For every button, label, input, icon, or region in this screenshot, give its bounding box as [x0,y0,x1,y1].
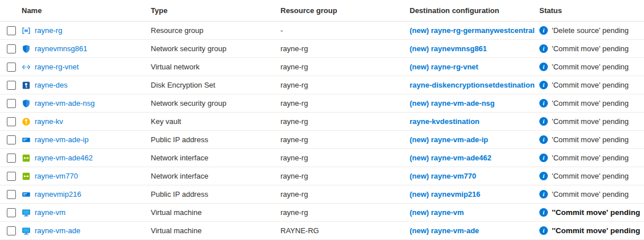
info-icon[interactable] [539,190,548,198]
resource-group-cell: rayne-rg [280,44,410,53]
resource-name-link[interactable]: rayne-kv [35,117,63,126]
type-cell: Network interface [151,172,280,180]
info-icon[interactable] [539,154,548,162]
resource-move-table: Name Type Resource group Destination con… [0,0,644,240]
resource-name-link[interactable]: rayne-vm770 [35,172,78,180]
virtual-machine-icon [22,208,31,217]
table-row: rayne-vm-ade Virtual machine RAYNE-RG (n… [0,222,644,240]
destination-link[interactable]: (new) rayne-vm-ade [410,226,479,235]
row-checkbox[interactable] [7,154,16,163]
disk-encryption-set-icon [22,81,31,90]
destination-link[interactable]: (new) rayne-rg-germanywestcentral [410,26,535,35]
resource-group-cell: rayne-rg [280,135,410,144]
key-vault-icon [22,117,31,126]
destination-link[interactable]: (new) rayne-rg-vnet [410,63,478,71]
status-text: 'Commit move' pending [552,172,629,180]
resource-group-cell: rayne-rg [280,117,410,126]
info-icon[interactable] [539,81,548,89]
virtual-machine-icon [22,226,31,235]
info-icon[interactable] [539,208,548,217]
resource-name-link[interactable]: rayne-rg [35,26,62,35]
row-checkbox[interactable] [7,135,16,144]
column-header-destination-configuration[interactable]: Destination configuration [410,6,539,15]
network-security-group-icon [22,44,31,53]
destination-link[interactable]: (new) rayne-vm [410,208,464,217]
table-row: raynevmip216 Public IP address rayne-rg … [0,185,644,204]
row-checkbox[interactable] [7,190,16,199]
table-row: rayne-vm770 Network interface rayne-rg (… [0,167,644,185]
network-interface-icon [22,172,31,181]
column-header-resource-group[interactable]: Resource group [280,6,410,15]
public-ip-address-icon [22,190,31,199]
status-text: 'Commit move' pending [552,135,629,144]
resource-name-link[interactable]: raynevmip216 [35,190,81,198]
resource-name-link[interactable]: rayne-des [35,81,68,89]
info-icon[interactable] [539,63,548,71]
table-row: rayne-vm-ade462 Network interface rayne-… [0,149,644,167]
info-icon[interactable] [539,172,548,180]
info-icon[interactable] [539,135,548,144]
table-row: rayne-vm Virtual machine rayne-rg (new) … [0,204,644,222]
destination-link[interactable]: (new) raynevmip216 [410,190,480,198]
resource-group-cell: rayne-rg [280,208,410,217]
resource-name-link[interactable]: rayne-vm-ade462 [35,154,93,162]
destination-link[interactable]: rayne-diskencryptionsetdestination [410,81,535,89]
row-checkbox[interactable] [7,63,16,72]
destination-link[interactable]: (new) rayne-vm-ade-nsg [410,99,495,107]
table-row: rayne-vm-ade-ip Public IP address rayne-… [0,131,644,149]
row-checkbox[interactable] [7,208,16,217]
public-ip-address-icon [22,135,31,144]
row-checkbox[interactable] [7,26,16,35]
status-text: 'Commit move' pending [552,99,629,107]
resource-group-cell: rayne-rg [280,172,410,180]
destination-link[interactable]: (new) rayne-vm-ade-ip [410,135,488,144]
column-header-name[interactable]: Name [22,6,151,15]
status-text: ''Commit move' pending [552,208,640,217]
resource-group-cell: rayne-rg [280,81,410,89]
status-text: ''Commit move' pending [552,226,640,235]
virtual-network-icon [22,63,31,72]
table-row: rayne-kv Key vault rayne-rg rayne-kvdest… [0,113,644,131]
type-cell: Virtual network [151,63,280,71]
info-icon[interactable] [539,226,548,235]
resource-name-link[interactable]: raynevmnsg861 [35,44,88,53]
type-cell: Virtual machine [151,208,280,217]
status-text: 'Commit move' pending [552,63,629,71]
destination-link[interactable]: (new) rayne-vm-ade462 [410,154,492,162]
status-text: 'Commit move' pending [552,44,629,53]
status-text: 'Commit move' pending [552,81,629,89]
info-icon[interactable] [539,99,548,107]
resource-group-cell: RAYNE-RG [280,226,410,235]
destination-link[interactable]: (new) raynevmnsg861 [410,44,487,53]
table-row: rayne-des Disk Encryption Set rayne-rg r… [0,76,644,94]
destination-link[interactable]: (new) rayne-vm770 [410,172,476,180]
table-row: rayne-rg-vnet Virtual network rayne-rg (… [0,58,644,76]
column-header-status[interactable]: Status [539,6,644,15]
row-checkbox[interactable] [7,81,16,90]
type-cell: Network security group [151,99,280,107]
row-checkbox[interactable] [7,44,16,53]
row-checkbox[interactable] [7,99,16,108]
resource-name-link[interactable]: rayne-vm-ade [35,226,80,235]
type-cell: Key vault [151,117,280,126]
row-checkbox[interactable] [7,117,16,126]
resource-name-link[interactable]: rayne-vm [35,208,65,217]
row-checkbox[interactable] [7,172,16,181]
resource-group-cell: - [280,26,410,35]
resource-name-link[interactable]: rayne-vm-ade-nsg [35,99,95,107]
destination-link[interactable]: rayne-kvdestination [410,117,480,126]
status-text: 'Commit move' pending [552,117,629,126]
resource-group-cell: rayne-rg [280,99,410,107]
info-icon[interactable] [539,44,548,53]
resource-name-link[interactable]: rayne-vm-ade-ip [35,135,89,144]
status-text: 'Commit move' pending [552,154,629,162]
row-checkbox[interactable] [7,226,16,235]
type-cell: Virtual machine [151,226,280,235]
resource-name-link[interactable]: rayne-rg-vnet [35,63,79,71]
type-cell: Network interface [151,154,280,162]
info-icon[interactable] [539,117,548,126]
type-cell: Public IP address [151,190,280,198]
info-icon[interactable] [539,26,548,35]
column-header-type[interactable]: Type [151,6,280,15]
status-text: 'Delete source' pending [552,26,629,35]
